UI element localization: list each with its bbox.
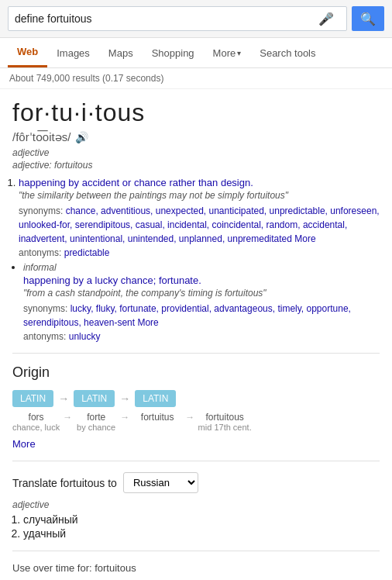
informal-antonyms: antonyms: unlucky xyxy=(23,331,380,342)
synonyms-1: synonyms: chance, adventitious, unexpect… xyxy=(19,204,380,246)
antonyms-1: antonyms: predictable xyxy=(19,247,380,258)
result-count: About 749,000 results (0.17 seconds) xyxy=(0,68,392,89)
informal-item: informal happening by a lucky chance; fo… xyxy=(23,261,380,342)
search-icon: 🔍 xyxy=(360,12,376,26)
tab-search-tools[interactable]: Search tools xyxy=(250,40,325,67)
etym-word-arrow-1: → xyxy=(61,412,74,423)
part-of-speech: adjective xyxy=(12,147,380,158)
chevron-down-icon: ▾ xyxy=(237,49,241,57)
translate-results: случайный удачный xyxy=(12,513,380,540)
etym-word-2: forte by chance xyxy=(75,412,117,432)
tab-images[interactable]: Images xyxy=(47,40,99,67)
translate-item-2: удачный xyxy=(23,527,380,540)
synonyms-more-1[interactable]: More xyxy=(294,233,315,244)
def-link-1[interactable]: happening by accident or chance rather t… xyxy=(19,177,253,188)
informal-list: informal happening by a lucky chance; fo… xyxy=(12,261,380,342)
informal-antonym-link[interactable]: unlucky xyxy=(69,331,101,342)
mic-icon[interactable]: 🎤 xyxy=(318,12,334,26)
translate-label: Translate fortuitous to xyxy=(12,477,117,489)
translate-section: Translate fortuitous to Russian French S… xyxy=(12,472,380,540)
part-of-speech-full: adjective: fortuitous xyxy=(12,160,380,171)
etym-arrow-2: → xyxy=(116,392,133,405)
etymology-boxes: LATIN → LATIN → LATIN xyxy=(12,390,380,407)
search-input-wrap: 🎤 xyxy=(8,6,347,31)
pronunciation: /fôrˈto͞oitəs/ 🔊 xyxy=(12,130,380,144)
search-bar: 🎤 🔍 xyxy=(0,0,392,38)
usage-chart-section: Use over time for: fortuitous Mentions xyxy=(12,562,380,580)
def-text-1: happening by accident or chance rather t… xyxy=(19,177,380,188)
informal-def-text: happening by a lucky chance; fortunate. xyxy=(23,274,380,286)
divider-1 xyxy=(12,353,380,354)
origin-more[interactable]: More xyxy=(12,438,380,450)
informal-quote: "from a cash standpoint, the company's t… xyxy=(23,288,380,299)
tab-shopping[interactable]: Shopping xyxy=(143,40,204,67)
etym-word-1: fors chance, luck xyxy=(12,412,60,432)
etym-word-arrow-3: → xyxy=(184,412,196,423)
informal-synonyms: synonyms: lucky, fluky, fortunate, provi… xyxy=(23,302,380,330)
etym-word-arrow-2: → xyxy=(119,412,131,423)
etymology-words: fors chance, luck → forte by chance → fo… xyxy=(12,412,380,432)
definition-item-1: happening by accident or chance rather t… xyxy=(19,177,380,258)
etym-box-2: LATIN xyxy=(74,390,115,407)
origin-section: Origin LATIN → LATIN → LATIN fors chance… xyxy=(12,364,380,450)
tab-web[interactable]: Web xyxy=(8,38,47,67)
usage-chart-title: Use over time for: fortuitous xyxy=(12,562,380,574)
translate-item-1: случайный xyxy=(23,513,380,526)
origin-title: Origin xyxy=(12,364,380,381)
informal-label: informal xyxy=(23,262,380,273)
divider-2 xyxy=(12,461,380,461)
definitions-list: happening by accident or chance rather t… xyxy=(12,177,380,258)
nav-tabs: Web Images Maps Shopping More ▾ Search t… xyxy=(0,38,392,68)
search-button[interactable]: 🔍 xyxy=(352,6,384,31)
tab-maps[interactable]: Maps xyxy=(99,40,143,67)
search-input[interactable] xyxy=(15,12,318,25)
word-link[interactable]: fortuitous xyxy=(54,160,92,171)
etym-word-3: fortuitus xyxy=(132,412,182,423)
etym-word-4: fortuitous mid 17th cent. xyxy=(198,412,252,432)
antonym-link-1[interactable]: predictable xyxy=(64,247,110,258)
etym-arrow-1: → xyxy=(55,392,72,405)
translate-language-select[interactable]: Russian French Spanish German xyxy=(123,472,198,493)
etym-box-1: LATIN xyxy=(12,390,53,407)
informal-synonyms-more[interactable]: More xyxy=(137,317,158,328)
translate-row: Translate fortuitous to Russian French S… xyxy=(12,472,380,493)
tab-more[interactable]: More ▾ xyxy=(204,40,251,67)
informal-def-link[interactable]: happening by a lucky chance; fortunate. xyxy=(23,274,201,286)
etym-box-3: LATIN xyxy=(135,390,176,407)
divider-3 xyxy=(12,551,380,551)
speaker-icon[interactable]: 🔊 xyxy=(75,131,88,143)
def-quote-1: "the similarity between the paintings ma… xyxy=(19,190,380,201)
translate-pos: adjective xyxy=(12,499,380,510)
definition-card: for·tu·i·tous /fôrˈto͞oitəs/ 🔊 adjective… xyxy=(0,89,392,580)
word-title: for·tu·i·tous xyxy=(12,98,380,127)
